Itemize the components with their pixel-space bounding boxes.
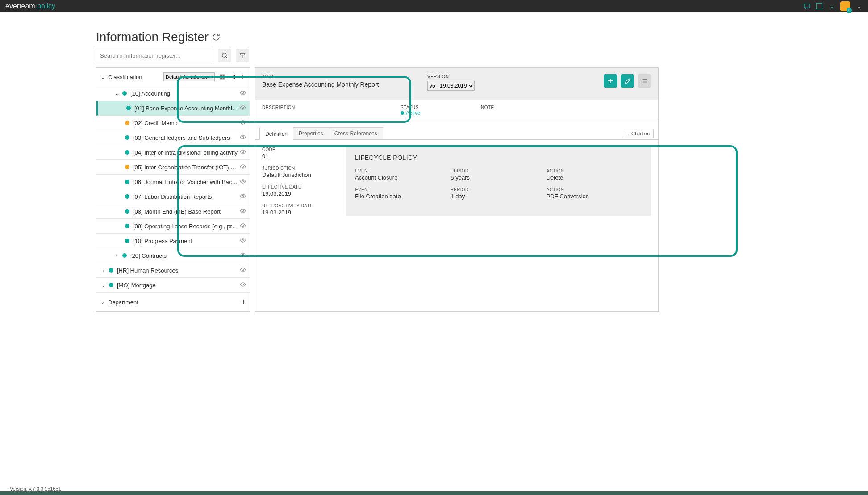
- svg-point-7: [234, 78, 234, 79]
- svg-point-1: [222, 53, 226, 57]
- tab-properties[interactable]: Properties: [293, 127, 329, 139]
- columns-icon[interactable]: [219, 73, 226, 80]
- jurisdiction-select[interactable]: Default Jurisdiction: [163, 72, 215, 81]
- chevron-right-icon[interactable]: ›: [101, 268, 106, 273]
- svg-point-15: [242, 195, 244, 197]
- brand-name: everteam: [5, 2, 35, 10]
- avatar[interactable]: 3: [840, 1, 850, 11]
- chevron-right-icon[interactable]: ›: [114, 253, 120, 258]
- status-dot: [126, 106, 131, 110]
- chevron-right-icon[interactable]: ›: [100, 300, 105, 305]
- chevron-down-icon[interactable]: ⌄: [100, 74, 105, 80]
- version-label: VERSION: [427, 74, 475, 79]
- eye-icon[interactable]: [240, 90, 247, 97]
- retroactivity-date-value: 19.03.2019: [262, 209, 334, 216]
- svg-point-17: [242, 225, 244, 227]
- tree-label: [09] Operating Lease Records (e.g., prop…: [133, 223, 238, 230]
- tree-node-department[interactable]: › Department +: [96, 293, 250, 311]
- eye-icon[interactable]: [240, 178, 247, 185]
- status-dot: [125, 121, 129, 125]
- svg-point-13: [242, 166, 244, 168]
- status-dot: [125, 165, 129, 169]
- eye-icon[interactable]: [240, 119, 247, 126]
- effective-date-label: EFFECTIVE DATE: [262, 185, 334, 189]
- svg-rect-3: [222, 75, 224, 79]
- status-dot: [109, 268, 113, 273]
- tree-label: [05] Inter-Organization Transfer (IOT) D…: [133, 164, 238, 171]
- add-button[interactable]: +: [604, 74, 617, 88]
- tree-label: [03] General ledgers and Sub-ledgers: [133, 134, 238, 141]
- tree-label: [04] Inter or Intra-divisional billing a…: [133, 149, 238, 156]
- version-select[interactable]: v6 - 19.03.2019: [427, 81, 475, 91]
- description-header: DESCRIPTION: [262, 105, 387, 110]
- svg-point-9: [242, 107, 244, 109]
- brand-suffix: .policy: [35, 2, 55, 10]
- status-dot: [125, 194, 129, 199]
- eye-icon[interactable]: [240, 193, 247, 200]
- jurisdiction-value: Default Jurisdiction: [262, 172, 334, 178]
- svg-point-10: [242, 122, 244, 123]
- eye-icon[interactable]: [240, 267, 247, 274]
- brand-logo: everteam.policy: [5, 2, 55, 10]
- tree-node-accounting[interactable]: ⌄ [10] Accounting: [96, 86, 250, 101]
- eye-icon[interactable]: [240, 164, 247, 171]
- tree-node-mortgage[interactable]: › [MO] Mortgage: [96, 278, 250, 293]
- add-icon[interactable]: +: [239, 73, 246, 80]
- children-button[interactable]: ↓ Children: [624, 129, 654, 138]
- tree-label: [06] Journal Entry or Voucher with Backu…: [133, 179, 238, 185]
- tree-label: Department: [108, 299, 138, 306]
- filter-button[interactable]: [236, 49, 249, 62]
- status-header: STATUS: [401, 105, 467, 110]
- search-input[interactable]: [96, 49, 213, 62]
- title-value: Base Expense Accounting Monthly Report: [262, 81, 409, 88]
- edit-button[interactable]: [621, 74, 634, 88]
- tree-item[interactable]: [08] Month End (ME) Base Report: [96, 204, 250, 219]
- code-label: CODE: [262, 147, 334, 152]
- eye-icon[interactable]: [240, 281, 247, 289]
- lifecycle-policy-box: LIFECYCLE POLICY EVENTAccount ClosurePER…: [346, 147, 651, 216]
- status-dot: [125, 150, 129, 155]
- eye-icon[interactable]: [240, 222, 247, 230]
- tree-item[interactable]: [02] Credit Memo: [96, 116, 250, 130]
- chat-icon[interactable]: [803, 2, 811, 10]
- svg-point-12: [242, 151, 244, 153]
- eye-icon[interactable]: [240, 105, 247, 112]
- chevron-down-icon[interactable]: ⌄: [828, 2, 836, 10]
- tree-item[interactable]: [05] Inter-Organization Transfer (IOT) D…: [96, 160, 250, 175]
- add-icon[interactable]: +: [241, 298, 246, 307]
- menu-button[interactable]: [638, 74, 651, 88]
- search-button[interactable]: [218, 49, 231, 62]
- note-header: NOTE: [481, 105, 651, 110]
- tree-item[interactable]: [01] Base Expense Accounting Monthly Rep…: [96, 101, 250, 116]
- eye-icon[interactable]: [240, 252, 247, 259]
- page-title: Information Register: [96, 30, 659, 44]
- chevron-down-icon[interactable]: ⌄: [114, 91, 120, 96]
- policy-title: LIFECYCLE POLICY: [355, 154, 642, 161]
- eye-icon[interactable]: [240, 237, 247, 244]
- eye-icon[interactable]: [240, 208, 247, 215]
- chevron-down-icon[interactable]: ⌄: [855, 2, 863, 10]
- tree-label: [02] Credit Memo: [133, 120, 238, 126]
- tree-label: [08] Month End (ME) Base Report: [133, 208, 238, 215]
- tree-item[interactable]: [06] Journal Entry or Voucher with Backu…: [96, 175, 250, 189]
- eye-icon[interactable]: [240, 134, 247, 141]
- tree-item[interactable]: [09] Operating Lease Records (e.g., prop…: [96, 219, 250, 234]
- tree-item[interactable]: [07] Labor Distribution Reports: [96, 189, 250, 204]
- svg-point-16: [242, 210, 244, 212]
- tab-cross-references[interactable]: Cross References: [329, 127, 383, 139]
- tree-item[interactable]: [03] General ledgers and Sub-ledgers: [96, 130, 250, 145]
- window-icon[interactable]: [815, 2, 823, 10]
- chevron-right-icon[interactable]: ›: [101, 282, 106, 288]
- classification-sidebar: ⌄ Classification Default Jurisdiction + …: [96, 67, 250, 312]
- classification-header[interactable]: ⌄ Classification Default Jurisdiction +: [96, 68, 250, 86]
- tree-item[interactable]: [10] Progress Payment: [96, 234, 250, 248]
- tree-node-hr[interactable]: › [HR] Human Resources: [96, 263, 250, 278]
- refresh-icon[interactable]: [212, 33, 220, 41]
- eye-icon[interactable]: [240, 149, 247, 156]
- svg-point-18: [242, 239, 244, 241]
- tree-item[interactable]: [04] Inter or Intra-divisional billing a…: [96, 145, 250, 160]
- avatar-badge: 3: [847, 8, 852, 13]
- tab-definition[interactable]: Definition: [259, 128, 293, 140]
- share-icon[interactable]: [229, 73, 236, 80]
- tree-node-contracts[interactable]: › [20] Contracts: [96, 248, 250, 263]
